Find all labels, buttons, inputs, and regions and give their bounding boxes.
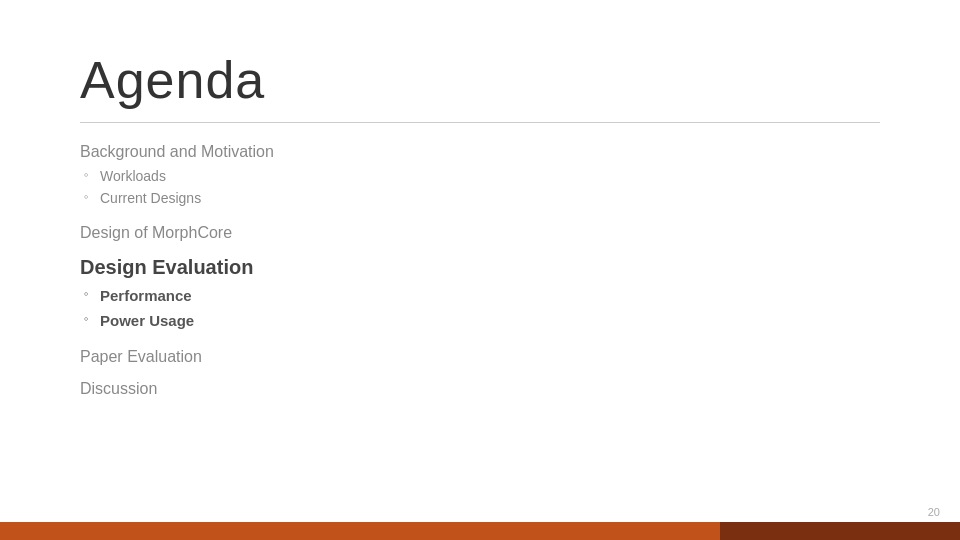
section-paper-evaluation: Paper Evaluation	[80, 348, 880, 366]
bottom-bar	[0, 522, 960, 540]
section-evaluation-title: Design Evaluation	[80, 256, 880, 279]
section-morphcore-title: Design of MorphCore	[80, 224, 880, 242]
bullet-power-usage: Power Usage	[80, 308, 880, 334]
title-divider	[80, 122, 880, 123]
page-number: 20	[928, 506, 940, 518]
section-background: Background and Motivation Workloads Curr…	[80, 143, 880, 210]
slide-title: Agenda	[80, 50, 880, 110]
section-design-morphcore: Design of MorphCore	[80, 224, 880, 242]
bullet-performance: Performance	[80, 283, 880, 309]
section-design-evaluation: Design Evaluation Performance Power Usag…	[80, 256, 880, 334]
bullet-current-designs: Current Designs	[80, 187, 880, 209]
section-discussion: Discussion	[80, 380, 880, 398]
section-background-title: Background and Motivation	[80, 143, 880, 161]
section-discussion-title: Discussion	[80, 380, 880, 398]
slide-container: Agenda Background and Motivation Workloa…	[0, 0, 960, 540]
section-paper-title: Paper Evaluation	[80, 348, 880, 366]
bar-dark	[720, 522, 960, 540]
bar-orange	[0, 522, 720, 540]
bullet-workloads: Workloads	[80, 165, 880, 187]
